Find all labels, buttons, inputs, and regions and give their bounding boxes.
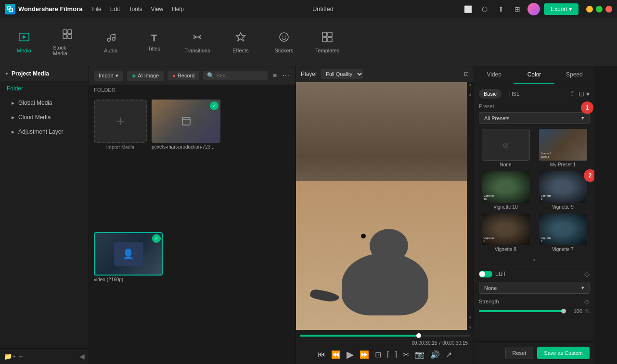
preset-none-thumb: ⊘ bbox=[482, 129, 530, 161]
collapse-panel-icon[interactable]: ◀ bbox=[79, 352, 85, 360]
tab-speed[interactable]: Speed bbox=[554, 66, 594, 84]
toolbar-stock[interactable]: Stock Media bbox=[53, 28, 82, 56]
search-icon: 🔍 bbox=[207, 72, 214, 79]
app-name: Wondershare Filmora bbox=[18, 5, 82, 13]
grid-icon[interactable]: ⊞ bbox=[511, 3, 524, 15]
folder-label: FOLDER bbox=[89, 85, 296, 95]
preset-my-preset-1[interactable]: Scene 1Take 1 My Preset 1 bbox=[536, 129, 590, 167]
menu-help[interactable]: Help bbox=[172, 6, 184, 13]
play-button[interactable]: ▶ bbox=[347, 349, 354, 360]
scroll-arrow-down[interactable]: ▼ bbox=[468, 326, 472, 330]
media-item-pexels: ✓ pexels-mart-production-723... bbox=[152, 100, 220, 227]
preset-my-preset-1-thumb: Scene 1Take 1 bbox=[539, 129, 587, 161]
preset-vignette-9[interactable]: 2 ◀ Vignette9 Vignette 9 bbox=[536, 171, 590, 210]
percent-sign: % bbox=[585, 309, 590, 314]
toolbar-stickers[interactable]: Stickers bbox=[270, 31, 298, 53]
win-maximize[interactable] bbox=[596, 6, 603, 13]
progress-bar[interactable] bbox=[300, 335, 470, 337]
step-forward-button[interactable]: ⏩ bbox=[360, 350, 369, 359]
stickers-icon bbox=[278, 31, 290, 46]
preset-vignette-10[interactable]: Vignette10 Vignette 10 bbox=[479, 171, 532, 210]
minimize-icon[interactable]: ⬜ bbox=[462, 3, 475, 15]
toolbar-transitions[interactable]: Transitions bbox=[183, 31, 212, 53]
add-folder-icon[interactable]: 📁+ bbox=[4, 352, 16, 360]
annotation-2: 2 bbox=[584, 169, 594, 182]
menu-file[interactable]: File bbox=[92, 6, 101, 13]
mark-in-button[interactable]: [ bbox=[387, 350, 389, 359]
preset-none[interactable]: ⊘ None bbox=[479, 129, 532, 167]
toolbar-media[interactable]: Media bbox=[10, 31, 39, 53]
subtab-hsl[interactable]: HSL bbox=[504, 89, 524, 99]
collapse-triangle[interactable]: ▼ bbox=[5, 72, 9, 76]
filter-icon[interactable]: ≡ bbox=[271, 70, 278, 81]
player-panel: Player Full Quality 1/2 Quality 1/4 Qual… bbox=[296, 66, 474, 364]
reset-button[interactable]: Reset bbox=[505, 347, 534, 359]
player-expand-icon[interactable]: ⊡ bbox=[464, 71, 469, 77]
folder-item[interactable]: Folder bbox=[0, 81, 89, 96]
skip-back-button[interactable]: ⏮ bbox=[318, 350, 325, 359]
toolbar-templates[interactable]: Templates bbox=[313, 31, 342, 53]
search-input[interactable] bbox=[216, 73, 263, 78]
scroll-arrow-up[interactable]: ▲ bbox=[468, 82, 472, 87]
compare-icon[interactable]: ⊟ bbox=[578, 90, 584, 98]
stock-icon bbox=[62, 28, 73, 43]
toolbar-audio[interactable]: Audio bbox=[96, 31, 125, 53]
mark-out-button[interactable]: ] bbox=[395, 350, 397, 359]
save-custom-button[interactable]: Save as Custom bbox=[537, 347, 590, 359]
preset-vignette-8[interactable]: Vignette8 Vignette 8 bbox=[479, 213, 532, 252]
record-button[interactable]: ● Record bbox=[167, 71, 199, 80]
sidebar-item-adjustment-layer[interactable]: ▶ Adjustment Layer bbox=[0, 125, 89, 139]
templates-label: Templates bbox=[315, 48, 339, 53]
menu-tools[interactable]: Tools bbox=[129, 6, 142, 13]
strength-fill bbox=[479, 310, 566, 312]
lut-dropdown-arrow: ▾ bbox=[581, 285, 584, 291]
quality-select[interactable]: Full Quality 1/2 Quality 1/4 Quality bbox=[321, 69, 363, 79]
add-media-area[interactable]: + bbox=[94, 100, 147, 143]
export-button[interactable]: Reset Export ▾ bbox=[544, 3, 578, 15]
strength-slider[interactable] bbox=[479, 310, 566, 312]
record-icon: ● bbox=[172, 73, 176, 78]
edit-button[interactable]: ✂ bbox=[403, 350, 409, 359]
menu-view[interactable]: View bbox=[151, 6, 163, 13]
volume-button[interactable]: 🔊 bbox=[430, 350, 440, 359]
lut-select[interactable]: None ▾ bbox=[479, 282, 590, 294]
window-title: Untitled bbox=[189, 5, 457, 13]
subtab-basic[interactable]: Basic bbox=[479, 89, 501, 99]
toolbar-titles[interactable]: T Titles bbox=[140, 33, 168, 51]
media-grid: + Import Media ✓ pexels-mart-production-… bbox=[89, 95, 296, 364]
win-close[interactable] bbox=[605, 6, 612, 13]
restore-icon[interactable]: ⬡ bbox=[478, 3, 491, 15]
step-back-button[interactable]: ⏪ bbox=[331, 350, 341, 359]
project-media-header: ▼ Project Media bbox=[0, 66, 89, 81]
more-options-icon[interactable]: ⋯ bbox=[281, 70, 291, 81]
lut-toggle-switch[interactable] bbox=[479, 271, 492, 277]
more-button[interactable]: ↗ bbox=[446, 350, 452, 359]
presets-dropdown[interactable]: All Presets ▾ bbox=[479, 112, 590, 124]
profile-avatar[interactable] bbox=[527, 3, 540, 15]
menu-edit[interactable]: Edit bbox=[110, 6, 120, 13]
preset-vignette-7[interactable]: Vignette7 Vignette 7 bbox=[536, 213, 590, 252]
ai-icon: ◈ bbox=[132, 73, 136, 79]
menu-bar: File Edit Tools View Help bbox=[92, 6, 184, 13]
sidebar-item-global-media[interactable]: ▶ Global Media bbox=[0, 96, 89, 110]
snapshot-button[interactable]: 📷 bbox=[415, 350, 424, 359]
moon-icon[interactable]: ☾ bbox=[570, 90, 577, 98]
ai-image-button[interactable]: ◈ AI Image bbox=[127, 71, 164, 81]
toolbar-effects[interactable]: Effects bbox=[226, 31, 255, 53]
lut-toggle: LUT bbox=[479, 271, 506, 277]
tab-color[interactable]: Color bbox=[514, 66, 554, 84]
upload-icon[interactable]: ⬆ bbox=[495, 3, 507, 15]
sidebar-item-cloud-media[interactable]: ▶ Cloud Media bbox=[0, 110, 89, 125]
import-media-label: Import Media bbox=[106, 145, 134, 150]
import-button[interactable]: Import ▾ bbox=[94, 71, 123, 81]
import-media-btn[interactable]: + Import Media bbox=[94, 100, 147, 227]
expand-icon[interactable]: ▾ bbox=[586, 90, 590, 98]
preset-vignette-8-thumb: Vignette8 bbox=[482, 213, 530, 245]
add-item-icon[interactable]: + bbox=[19, 352, 23, 360]
color-subtabs: Basic HSL ☾ ⊟ ▾ bbox=[479, 89, 590, 99]
win-minimize[interactable] bbox=[586, 6, 593, 13]
templates-icon bbox=[321, 31, 333, 46]
tab-video[interactable]: Video bbox=[474, 66, 514, 84]
fullscreen-button[interactable]: ⊡ bbox=[375, 350, 381, 359]
time-display: 00:00:30:15 / 00:00:30:15 bbox=[300, 340, 470, 346]
